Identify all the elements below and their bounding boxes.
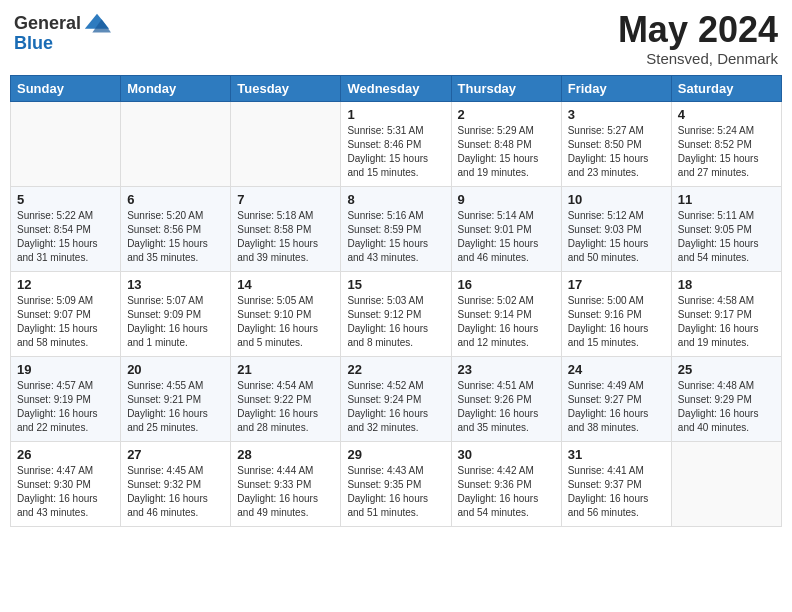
- calendar-cell: 29Sunrise: 4:43 AM Sunset: 9:35 PM Dayli…: [341, 441, 451, 526]
- day-header-tuesday: Tuesday: [231, 75, 341, 101]
- month-title: May 2024: [618, 10, 778, 50]
- day-number: 17: [568, 277, 665, 292]
- day-number: 1: [347, 107, 444, 122]
- calendar-cell: [231, 101, 341, 186]
- calendar-cell: 3Sunrise: 5:27 AM Sunset: 8:50 PM Daylig…: [561, 101, 671, 186]
- day-info: Sunrise: 4:42 AM Sunset: 9:36 PM Dayligh…: [458, 464, 555, 520]
- calendar-cell: 23Sunrise: 4:51 AM Sunset: 9:26 PM Dayli…: [451, 356, 561, 441]
- day-number: 16: [458, 277, 555, 292]
- calendar-cell: 1Sunrise: 5:31 AM Sunset: 8:46 PM Daylig…: [341, 101, 451, 186]
- day-header-monday: Monday: [121, 75, 231, 101]
- day-info: Sunrise: 4:47 AM Sunset: 9:30 PM Dayligh…: [17, 464, 114, 520]
- day-info: Sunrise: 4:44 AM Sunset: 9:33 PM Dayligh…: [237, 464, 334, 520]
- day-info: Sunrise: 4:58 AM Sunset: 9:17 PM Dayligh…: [678, 294, 775, 350]
- calendar-cell: 10Sunrise: 5:12 AM Sunset: 9:03 PM Dayli…: [561, 186, 671, 271]
- day-number: 22: [347, 362, 444, 377]
- day-number: 29: [347, 447, 444, 462]
- day-info: Sunrise: 5:02 AM Sunset: 9:14 PM Dayligh…: [458, 294, 555, 350]
- day-header-wednesday: Wednesday: [341, 75, 451, 101]
- day-info: Sunrise: 4:57 AM Sunset: 9:19 PM Dayligh…: [17, 379, 114, 435]
- day-info: Sunrise: 5:20 AM Sunset: 8:56 PM Dayligh…: [127, 209, 224, 265]
- calendar-cell: [121, 101, 231, 186]
- calendar-cell: 12Sunrise: 5:09 AM Sunset: 9:07 PM Dayli…: [11, 271, 121, 356]
- day-info: Sunrise: 5:22 AM Sunset: 8:54 PM Dayligh…: [17, 209, 114, 265]
- day-number: 3: [568, 107, 665, 122]
- calendar-cell: 2Sunrise: 5:29 AM Sunset: 8:48 PM Daylig…: [451, 101, 561, 186]
- calendar-cell: [11, 101, 121, 186]
- page-header: General Blue May 2024 Stensved, Denmark: [10, 10, 782, 67]
- day-info: Sunrise: 4:43 AM Sunset: 9:35 PM Dayligh…: [347, 464, 444, 520]
- calendar-week-5: 26Sunrise: 4:47 AM Sunset: 9:30 PM Dayli…: [11, 441, 782, 526]
- day-number: 24: [568, 362, 665, 377]
- calendar-cell: 31Sunrise: 4:41 AM Sunset: 9:37 PM Dayli…: [561, 441, 671, 526]
- calendar-cell: 27Sunrise: 4:45 AM Sunset: 9:32 PM Dayli…: [121, 441, 231, 526]
- day-info: Sunrise: 5:27 AM Sunset: 8:50 PM Dayligh…: [568, 124, 665, 180]
- calendar-cell: 22Sunrise: 4:52 AM Sunset: 9:24 PM Dayli…: [341, 356, 451, 441]
- calendar-cell: 24Sunrise: 4:49 AM Sunset: 9:27 PM Dayli…: [561, 356, 671, 441]
- day-info: Sunrise: 4:52 AM Sunset: 9:24 PM Dayligh…: [347, 379, 444, 435]
- day-number: 31: [568, 447, 665, 462]
- day-info: Sunrise: 5:07 AM Sunset: 9:09 PM Dayligh…: [127, 294, 224, 350]
- calendar-table: SundayMondayTuesdayWednesdayThursdayFrid…: [10, 75, 782, 527]
- day-info: Sunrise: 5:31 AM Sunset: 8:46 PM Dayligh…: [347, 124, 444, 180]
- day-info: Sunrise: 4:45 AM Sunset: 9:32 PM Dayligh…: [127, 464, 224, 520]
- day-info: Sunrise: 5:14 AM Sunset: 9:01 PM Dayligh…: [458, 209, 555, 265]
- day-number: 30: [458, 447, 555, 462]
- day-number: 8: [347, 192, 444, 207]
- day-info: Sunrise: 4:51 AM Sunset: 9:26 PM Dayligh…: [458, 379, 555, 435]
- title-block: May 2024 Stensved, Denmark: [618, 10, 778, 67]
- day-number: 20: [127, 362, 224, 377]
- calendar-cell: 14Sunrise: 5:05 AM Sunset: 9:10 PM Dayli…: [231, 271, 341, 356]
- calendar-cell: [671, 441, 781, 526]
- calendar-week-1: 1Sunrise: 5:31 AM Sunset: 8:46 PM Daylig…: [11, 101, 782, 186]
- day-header-sunday: Sunday: [11, 75, 121, 101]
- day-header-friday: Friday: [561, 75, 671, 101]
- calendar-cell: 21Sunrise: 4:54 AM Sunset: 9:22 PM Dayli…: [231, 356, 341, 441]
- day-number: 10: [568, 192, 665, 207]
- day-info: Sunrise: 5:00 AM Sunset: 9:16 PM Dayligh…: [568, 294, 665, 350]
- calendar-cell: 9Sunrise: 5:14 AM Sunset: 9:01 PM Daylig…: [451, 186, 561, 271]
- day-info: Sunrise: 5:12 AM Sunset: 9:03 PM Dayligh…: [568, 209, 665, 265]
- calendar-cell: 7Sunrise: 5:18 AM Sunset: 8:58 PM Daylig…: [231, 186, 341, 271]
- day-info: Sunrise: 5:09 AM Sunset: 9:07 PM Dayligh…: [17, 294, 114, 350]
- day-header-saturday: Saturday: [671, 75, 781, 101]
- calendar-cell: 4Sunrise: 5:24 AM Sunset: 8:52 PM Daylig…: [671, 101, 781, 186]
- calendar-week-3: 12Sunrise: 5:09 AM Sunset: 9:07 PM Dayli…: [11, 271, 782, 356]
- day-info: Sunrise: 5:16 AM Sunset: 8:59 PM Dayligh…: [347, 209, 444, 265]
- day-number: 14: [237, 277, 334, 292]
- calendar-week-2: 5Sunrise: 5:22 AM Sunset: 8:54 PM Daylig…: [11, 186, 782, 271]
- day-info: Sunrise: 5:29 AM Sunset: 8:48 PM Dayligh…: [458, 124, 555, 180]
- calendar-cell: 5Sunrise: 5:22 AM Sunset: 8:54 PM Daylig…: [11, 186, 121, 271]
- logo: General Blue: [14, 10, 111, 54]
- calendar-cell: 17Sunrise: 5:00 AM Sunset: 9:16 PM Dayli…: [561, 271, 671, 356]
- logo-icon: [83, 10, 111, 38]
- calendar-cell: 13Sunrise: 5:07 AM Sunset: 9:09 PM Dayli…: [121, 271, 231, 356]
- day-number: 28: [237, 447, 334, 462]
- day-number: 7: [237, 192, 334, 207]
- calendar-cell: 26Sunrise: 4:47 AM Sunset: 9:30 PM Dayli…: [11, 441, 121, 526]
- location-subtitle: Stensved, Denmark: [618, 50, 778, 67]
- day-number: 15: [347, 277, 444, 292]
- day-number: 4: [678, 107, 775, 122]
- day-info: Sunrise: 5:05 AM Sunset: 9:10 PM Dayligh…: [237, 294, 334, 350]
- day-info: Sunrise: 4:54 AM Sunset: 9:22 PM Dayligh…: [237, 379, 334, 435]
- day-info: Sunrise: 5:18 AM Sunset: 8:58 PM Dayligh…: [237, 209, 334, 265]
- day-number: 11: [678, 192, 775, 207]
- day-number: 25: [678, 362, 775, 377]
- calendar-cell: 20Sunrise: 4:55 AM Sunset: 9:21 PM Dayli…: [121, 356, 231, 441]
- day-number: 2: [458, 107, 555, 122]
- day-info: Sunrise: 5:24 AM Sunset: 8:52 PM Dayligh…: [678, 124, 775, 180]
- day-number: 13: [127, 277, 224, 292]
- day-number: 23: [458, 362, 555, 377]
- calendar-cell: 30Sunrise: 4:42 AM Sunset: 9:36 PM Dayli…: [451, 441, 561, 526]
- day-info: Sunrise: 4:49 AM Sunset: 9:27 PM Dayligh…: [568, 379, 665, 435]
- calendar-cell: 15Sunrise: 5:03 AM Sunset: 9:12 PM Dayli…: [341, 271, 451, 356]
- day-number: 12: [17, 277, 114, 292]
- day-number: 27: [127, 447, 224, 462]
- day-number: 5: [17, 192, 114, 207]
- day-info: Sunrise: 4:41 AM Sunset: 9:37 PM Dayligh…: [568, 464, 665, 520]
- day-info: Sunrise: 5:03 AM Sunset: 9:12 PM Dayligh…: [347, 294, 444, 350]
- day-number: 18: [678, 277, 775, 292]
- day-info: Sunrise: 4:48 AM Sunset: 9:29 PM Dayligh…: [678, 379, 775, 435]
- calendar-header-row: SundayMondayTuesdayWednesdayThursdayFrid…: [11, 75, 782, 101]
